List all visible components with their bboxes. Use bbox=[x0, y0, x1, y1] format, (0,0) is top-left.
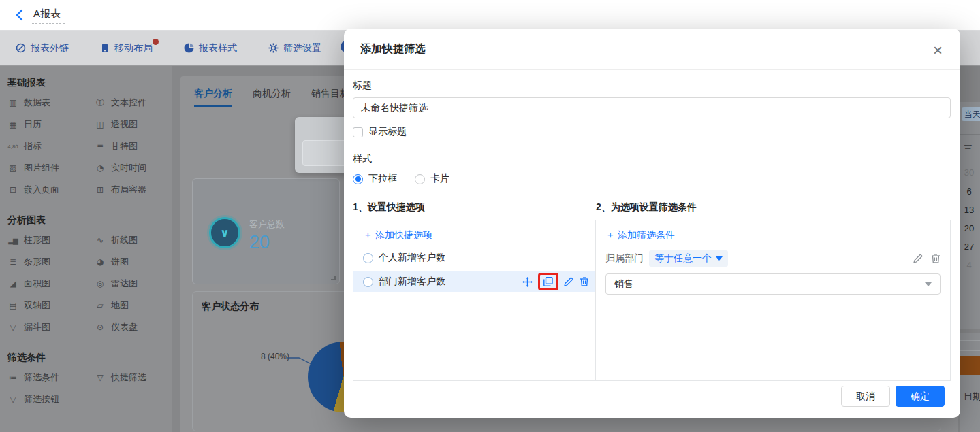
sidebar-item-layout-container[interactable]: ⊞布局容器 bbox=[95, 179, 172, 201]
title-input[interactable]: 未命名快捷筛选 bbox=[353, 97, 951, 118]
quick-option-row-selected[interactable]: 部门新增客户数 bbox=[353, 271, 595, 292]
title-field-label: 标题 bbox=[353, 80, 951, 92]
radio-unselected-icon[interactable] bbox=[415, 174, 425, 184]
radio-selected-icon[interactable] bbox=[353, 174, 363, 184]
sidebar-item-gantt[interactable]: ≡甘特图 bbox=[95, 135, 172, 157]
style-radio-group: 下拉框 卡片 bbox=[353, 173, 951, 185]
quick-option-row[interactable]: 个人新增客户数 bbox=[353, 248, 595, 268]
add-filter-condition-link[interactable]: ＋ 添加筛选条件 bbox=[605, 229, 675, 242]
filter-button-icon: ▽ bbox=[7, 395, 18, 404]
chevron-down-icon bbox=[925, 282, 932, 286]
copy-icon[interactable] bbox=[543, 277, 553, 286]
gauge-icon: ⊙ bbox=[95, 322, 106, 332]
toolbar-item-label: 报表外链 bbox=[31, 42, 69, 54]
sidebar-item-column-chart[interactable]: ▂▆柱形图 bbox=[7, 229, 95, 251]
sidebar-item-data-table[interactable]: ▥数据表 bbox=[7, 92, 95, 114]
resize-handle-icon[interactable] bbox=[331, 276, 336, 280]
bar-chart-icon: ≣ bbox=[7, 257, 18, 267]
calendar-day[interactable]: 6 bbox=[960, 186, 978, 197]
sidebar-item-label: 雷达图 bbox=[111, 278, 138, 290]
sidebar-item-label: 条形图 bbox=[24, 256, 50, 268]
sidebar-item-label: 布局容器 bbox=[111, 184, 146, 196]
calendar-day[interactable]: 27 bbox=[960, 242, 978, 252]
sidebar-item-label: 柱形图 bbox=[24, 234, 50, 246]
sidebar-item-embed-page[interactable]: ⊡嵌入页面 bbox=[7, 179, 95, 201]
sidebar-item-image[interactable]: ▨图片组件 bbox=[7, 157, 95, 179]
condition-row: 归属部门 等于任意一个 bbox=[605, 250, 941, 267]
sidebar-item-realtime-clock[interactable]: ◔实时时间 bbox=[95, 157, 172, 179]
kpi-card-customer-total[interactable]: ∨ 客户总数 20 bbox=[192, 178, 340, 284]
orange-header-bar bbox=[960, 356, 980, 375]
back-chevron-icon[interactable] bbox=[14, 9, 26, 21]
calendar-day[interactable]: 30 bbox=[960, 167, 978, 178]
chart-title: 客户状态分布 bbox=[202, 301, 259, 313]
sidebar-item-map[interactable]: ▱地图 bbox=[95, 295, 172, 316]
sidebar-section-title: 分析图表 bbox=[7, 214, 172, 227]
cancel-button[interactable]: 取消 bbox=[841, 386, 890, 407]
toolbar-item-report-style[interactable]: 报表样式 bbox=[184, 42, 237, 54]
sidebar-item-label: 嵌入页面 bbox=[24, 184, 59, 196]
sidebar-item-area-chart[interactable]: ◢面积图 bbox=[7, 273, 95, 295]
calendar-today-button[interactable]: 当天 bbox=[962, 107, 980, 121]
quick-options-panel: ＋ 添加快捷选项 个人新增客户数 部门新增客户数 bbox=[353, 220, 596, 380]
metric-icon: 4,80 bbox=[7, 144, 18, 150]
radio-unselected-icon[interactable] bbox=[363, 277, 373, 287]
sidebar-item-gauge[interactable]: ⊙仪表盘 bbox=[95, 316, 172, 338]
show-title-checkbox-row[interactable]: 显示标题 bbox=[353, 126, 951, 138]
sidebar-item-bar-chart[interactable]: ≣条形图 bbox=[7, 251, 95, 273]
move-icon[interactable] bbox=[522, 277, 533, 287]
close-icon[interactable]: × bbox=[930, 39, 945, 61]
calendar-day[interactable]: 4 bbox=[960, 260, 978, 270]
sidebar-item-text-widget[interactable]: Ⓣ文本控件 bbox=[95, 92, 172, 114]
select-value: 销售 bbox=[614, 278, 633, 290]
chain-link-icon bbox=[16, 43, 26, 53]
image-icon: ▨ bbox=[7, 163, 18, 173]
toolbar-item-external-link[interactable]: 报表外链 bbox=[16, 42, 69, 54]
calendar-day[interactable]: 13 bbox=[960, 205, 978, 215]
sidebar-item-radar-chart[interactable]: ◎雷达图 bbox=[95, 273, 172, 295]
toolbar-item-filter-settings[interactable]: 筛选设置 bbox=[268, 42, 321, 54]
sidebar-section-title: 基础报表 bbox=[7, 77, 172, 89]
table-icon: ▥ bbox=[7, 98, 18, 107]
tab-opportunity-analysis[interactable]: 商机分析 bbox=[253, 88, 291, 107]
sidebar-item-pivot[interactable]: ◫透视图 bbox=[95, 114, 172, 135]
tab-customer-analysis[interactable]: 客户分析 bbox=[194, 88, 232, 107]
edit-pencil-icon[interactable] bbox=[913, 254, 923, 263]
widget-sidebar: 基础报表 ▥数据表 Ⓣ文本控件 ▦日历 ◫透视图 4,80指标 ≡甘特图 ▨图片… bbox=[0, 66, 172, 432]
date-field-label: 日期 bbox=[964, 391, 980, 403]
sidebar-item-funnel-chart[interactable]: ▽漏斗图 bbox=[7, 316, 95, 338]
sidebar-item-pie-chart[interactable]: ◕饼图 bbox=[95, 251, 172, 273]
row-action-icons bbox=[522, 277, 589, 287]
radio-option-dropdown[interactable]: 下拉框 bbox=[353, 173, 397, 185]
sidebar-item-dual-axis-chart[interactable]: ▤双轴图 bbox=[7, 295, 95, 316]
sidebar-item-filter-condition[interactable]: ≔筛选条件 bbox=[7, 367, 95, 388]
radio-option-card[interactable]: 卡片 bbox=[415, 173, 449, 185]
sidebar-item-quick-filter[interactable]: ▽快捷筛选 bbox=[95, 367, 172, 388]
edit-pencil-icon[interactable] bbox=[564, 277, 573, 286]
sidebar-item-filter-button[interactable]: ▽筛选按钮 bbox=[7, 388, 95, 410]
sidebar-item-calendar[interactable]: ▦日历 bbox=[7, 114, 95, 135]
sidebar-item-metric[interactable]: 4,80指标 bbox=[7, 135, 95, 157]
sidebar-item-label: 折线图 bbox=[111, 234, 138, 246]
condition-value-select[interactable]: 销售 bbox=[605, 273, 941, 295]
kpi-value: 20 bbox=[249, 232, 270, 253]
section-headings: 1、设置快捷选项 2、为选项设置筛选条件 bbox=[353, 201, 951, 214]
options-section-heading: 1、设置快捷选项 bbox=[353, 201, 596, 214]
checkbox-icon[interactable] bbox=[353, 127, 363, 137]
checkbox-label: 显示标题 bbox=[368, 126, 407, 138]
report-name[interactable]: A报表 bbox=[32, 6, 65, 24]
add-quick-option-link[interactable]: ＋ 添加快捷选项 bbox=[363, 229, 432, 242]
toolbar-item-mobile-layout[interactable]: 移动布局 bbox=[100, 42, 153, 54]
trash-icon[interactable] bbox=[580, 277, 589, 286]
add-quick-filter-dialog: 添加快捷筛选 × 标题 未命名快捷筛选 显示标题 样式 下拉框 卡片 bbox=[344, 29, 960, 418]
trash-icon[interactable] bbox=[931, 254, 941, 263]
sidebar-item-label: 漏斗图 bbox=[24, 321, 50, 333]
radio-unselected-icon[interactable] bbox=[363, 253, 373, 263]
app-header: A报表 bbox=[0, 0, 980, 31]
calendar-day[interactable]: 20 bbox=[960, 223, 978, 233]
sidebar-item-line-chart[interactable]: ∿折线图 bbox=[95, 229, 172, 251]
toolbar-item-label: 移动布局 bbox=[114, 42, 153, 54]
confirm-button[interactable]: 确定 bbox=[896, 386, 945, 407]
condition-operator-dropdown[interactable]: 等于任意一个 bbox=[649, 250, 728, 267]
conditions-section-heading: 2、为选项设置筛选条件 bbox=[596, 201, 697, 214]
